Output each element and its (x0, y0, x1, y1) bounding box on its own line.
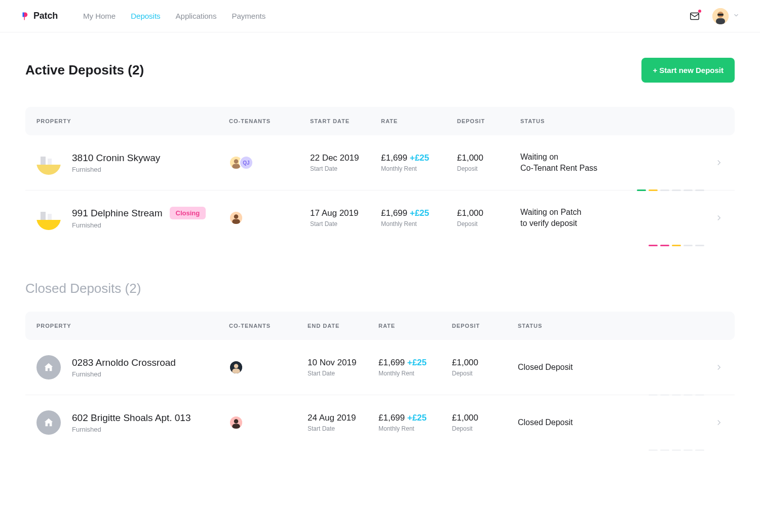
col-deposit: Deposit (457, 118, 520, 124)
property-subtitle: Furnished (72, 370, 176, 378)
topbar-right (689, 8, 740, 24)
rent-increment: +£25 (407, 358, 427, 367)
col-property: Property (36, 118, 229, 124)
tenant-avatar[interactable]: QJ (239, 156, 253, 170)
house-icon (36, 355, 61, 379)
deposit-status: Waiting onCo-Tenant Rent Pass (520, 151, 703, 173)
brand[interactable]: Patch (20, 11, 58, 21)
property-thumb (36, 206, 61, 230)
start-date-value: 17 Aug 2019 (310, 208, 381, 218)
start-date-label: Start Date (310, 220, 381, 227)
svg-rect-16 (41, 212, 46, 220)
user-menu[interactable] (712, 8, 740, 24)
inbox-button[interactable] (689, 11, 700, 22)
deposit-label: Deposit (452, 425, 518, 432)
svg-point-22 (234, 364, 239, 368)
svg-rect-17 (48, 214, 52, 220)
co-tenants (229, 415, 308, 430)
property-subtitle: Furnished (72, 166, 160, 173)
user-avatar (712, 8, 729, 24)
deposit-value: £1,000 (457, 208, 520, 218)
svg-rect-7 (36, 165, 61, 175)
property-address: 0283 Arnoldo Crossroad (72, 357, 176, 368)
house-icon (36, 410, 61, 435)
col-rate: Rate (381, 118, 457, 124)
closed-table-header: Property Co-Tenants End Date Rate Deposi… (25, 312, 735, 340)
chevron-right-icon (703, 213, 724, 222)
tenant-avatar[interactable] (229, 211, 243, 225)
deposit-row[interactable]: 602 Brigitte Shoals Apt. 013Furnished24 … (25, 395, 735, 450)
svg-point-25 (234, 419, 239, 424)
rent-label: Monthly Rent (381, 220, 457, 227)
chevron-right-icon (703, 363, 724, 372)
property-address: 3810 Cronin Skyway (72, 153, 160, 164)
property-subtitle: Furnished (72, 426, 191, 433)
deposit-row[interactable]: 0283 Arnoldo CrossroadFurnished10 Nov 20… (25, 340, 735, 395)
deposit-label: Deposit (457, 220, 520, 227)
property-address: 991 Delphine Stream (72, 208, 163, 219)
rent-label: Monthly Rent (381, 165, 457, 172)
topbar-left: Patch My Home Deposits Applications Paym… (20, 10, 265, 22)
svg-rect-9 (48, 159, 52, 165)
tenant-avatar[interactable] (229, 360, 243, 374)
col-deposit: Deposit (452, 323, 518, 329)
active-deposits-title: Active Deposits (2) (25, 62, 144, 78)
property-address: 602 Brigitte Shoals Apt. 013 (72, 412, 191, 424)
start-date-label: Start Date (308, 425, 378, 432)
brand-name: Patch (33, 11, 58, 21)
svg-rect-23 (232, 369, 240, 374)
nav-payments[interactable]: Payments (232, 10, 265, 22)
deposit-status: Closed Deposit (518, 417, 703, 428)
col-tenants: Co-Tenants (229, 323, 308, 329)
deposit-row[interactable]: 3810 Cronin SkywayFurnishedQJ22 Dec 2019… (25, 135, 735, 191)
svg-rect-4 (717, 14, 724, 16)
chevron-down-icon (733, 12, 740, 21)
col-start: Start Date (310, 118, 381, 124)
top-nav: My Home Deposits Applications Payments (83, 10, 265, 22)
deposit-value: £1,000 (452, 413, 518, 423)
brand-logo-icon (20, 12, 29, 21)
nav-applications[interactable]: Applications (176, 10, 217, 22)
chevron-right-icon (703, 418, 724, 427)
rent-value: £1,699 +£25 (381, 153, 457, 163)
start-new-deposit-button[interactable]: + Start new Deposit (641, 58, 735, 83)
chevron-right-icon (703, 158, 724, 167)
status-badge: Closing (170, 207, 206, 219)
deposit-value: £1,000 (452, 358, 518, 368)
rent-increment: +£25 (407, 413, 427, 423)
deposit-label: Deposit (457, 165, 520, 172)
svg-rect-20 (232, 219, 240, 224)
topbar: Patch My Home Deposits Applications Paym… (0, 0, 760, 32)
rent-increment: +£25 (410, 153, 429, 163)
start-date-value: 10 Nov 2019 (308, 358, 378, 368)
col-rate: Rate (378, 323, 452, 329)
deposit-status: Waiting on Patchto verify deposit (520, 207, 703, 229)
property-subtitle: Furnished (72, 221, 206, 229)
rent-value: £1,699 +£25 (381, 208, 457, 218)
rent-label: Monthly Rent (378, 425, 452, 432)
closed-deposits-title: Closed Deposits (2) (25, 281, 735, 296)
nav-deposits[interactable]: Deposits (131, 10, 160, 22)
deposit-row[interactable]: 991 Delphine StreamClosingFurnished17 Au… (25, 191, 735, 245)
deposit-progress (649, 449, 704, 451)
start-date-label: Start Date (308, 370, 378, 377)
page: Active Deposits (2) + Start new Deposit … (0, 32, 760, 475)
deposit-status: Closed Deposit (518, 362, 703, 373)
co-tenants (229, 211, 310, 225)
start-date-value: 22 Dec 2019 (310, 153, 381, 163)
deposit-label: Deposit (452, 370, 518, 377)
deposit-value: £1,000 (457, 153, 520, 163)
tenant-avatar[interactable] (229, 415, 243, 430)
nav-my-home[interactable]: My Home (83, 10, 116, 22)
svg-rect-8 (41, 157, 46, 165)
svg-point-19 (234, 214, 239, 219)
closed-deposits-table: 0283 Arnoldo CrossroadFurnished10 Nov 20… (25, 340, 735, 450)
svg-point-11 (234, 159, 239, 164)
co-tenants: QJ (229, 156, 310, 170)
col-end: End Date (308, 323, 378, 329)
property-thumb (36, 150, 61, 175)
mail-unread-dot-icon (698, 10, 701, 13)
svg-rect-26 (232, 424, 240, 429)
svg-rect-3 (716, 18, 725, 24)
svg-rect-15 (36, 220, 61, 230)
